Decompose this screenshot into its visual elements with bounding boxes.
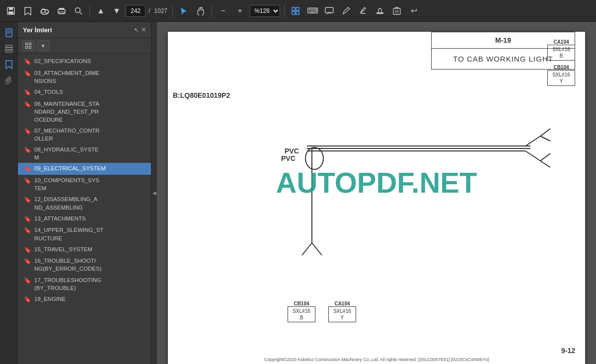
sidebar-item-label: 18_ENGINE [34,295,147,303]
ca104-bottom-label: CA104 [328,301,356,306]
hand-tool[interactable] [194,4,208,18]
stamp-icon[interactable] [373,4,387,18]
svg-rect-28 [29,47,31,49]
search-icon[interactable] [72,4,85,18]
svg-rect-12 [296,7,299,10]
pointer-tool[interactable] [177,4,191,18]
pen-icon[interactable] [339,4,353,18]
sidebar-item-label: 06_MAINTENANCE_STANDARD_AND_TEST_PROCEDU… [34,100,147,124]
svg-rect-25 [26,43,28,45]
sidebar-dropdown-button[interactable]: ▾ [37,40,50,51]
bookmark-item-icon: 🔖 [24,246,31,254]
pdf-page: M-19 TO CAB WORKING LIGHT B:LQ80E01019P2… [168,32,585,364]
toolbar-separator-2 [172,5,173,17]
ca104-right-spec: SXL#16B [548,45,575,60]
grid-tool[interactable] [289,4,302,18]
highlight-icon[interactable] [356,4,370,18]
wiring-diagram: PVC [208,109,575,297]
svg-rect-17 [393,8,400,14]
svg-rect-18 [6,29,12,37]
sidebar-item-engine[interactable]: 🔖 18_ENGINE [18,293,151,305]
bookmark-item-icon: 🔖 [24,177,31,185]
sidebar-item-components[interactable]: 🔖 10_COMPONENTS_SYSTEM [18,175,151,194]
zoom-in-button[interactable]: + [233,4,247,18]
pdf-viewer[interactable]: M-19 TO CAB WORKING LIGHT B:LQ80E01019P2… [157,22,596,364]
svg-rect-8 [59,12,64,14]
save-icon[interactable] [4,4,18,18]
sidebar-item-label: 03_ATTACHMENT_DIMENSIONS [34,69,147,85]
sidebar-item-troubleshooting[interactable]: 🔖 17_TROUBLESHOOTING(BY_TROUBLE) [18,275,151,293]
svg-rect-22 [5,45,12,47]
svg-point-9 [75,7,80,12]
svg-line-35 [525,136,540,146]
bookmark-item-icon: 🔖 [24,277,31,285]
sidebar-page-icon[interactable] [2,26,16,40]
sidebar-close-button[interactable]: × [142,26,146,34]
keyboard-icon[interactable]: ⌨ [305,4,319,18]
bookmark-item-icon: 🔖 [24,196,31,204]
svg-rect-16 [376,12,383,14]
ca104-right-label: CA104 [547,39,575,45]
nav-controls: ▲ ▼ 242 / 1027 [94,4,168,18]
svg-line-10 [80,12,82,14]
zoom-select[interactable]: %128 %100 %75 %50 %150 %200 [250,5,280,17]
sidebar-item-label: 04_TOOLS [34,88,147,96]
sidebar-item-upper-slewing[interactable]: 🔖 14_UPPER_SLEWING_STRUCTURE [18,224,151,243]
sidebar-item-specifications[interactable]: 🔖 02_SPECIFICATIONS [18,56,151,68]
page-total: 1027 [154,7,167,14]
sidebar-panel: Yer İmleri ↖ × ▾ 🔖 02_SPECIFICATIONS [18,22,151,364]
page-number-input[interactable]: 242 [126,5,146,17]
cloud-icon[interactable] [38,4,52,18]
bookmark-item-icon: 🔖 [24,88,31,97]
print-icon[interactable] [55,4,69,18]
ca104-bottom-box: SXL#16Y [328,306,356,322]
ca104-bottom-group: CA104 SXL#16Y [328,301,356,322]
part-label: B:LQ80E01019P2 [173,91,230,99]
zoom-out-button[interactable]: − [216,4,230,18]
sidebar-item-disassembling[interactable]: 🔖 12_DISASSEMBLING_AND_ASSEMBLING [18,194,151,213]
right-connectors: CA104 SXL#16B CB104 SXL#16Y [547,39,575,86]
sidebar-item-electrical[interactable]: 🔖 09_ELECTRICAL_SYSTEM [18,163,151,175]
sidebar-item-maintenance[interactable]: 🔖 06_MAINTENANCE_STANDARD_AND_TEST_PROCE… [18,98,151,125]
toolbar-separator-3 [212,5,212,17]
delete-icon[interactable] [390,4,404,18]
svg-line-38 [540,136,550,141]
sidebar-bookmark-icon[interactable] [2,58,16,72]
bookmark-icon[interactable] [21,4,35,18]
sidebar-item-trouble-codes[interactable]: 🔖 16_TROUBLE_SHOOTING(BY_ERROR_CODES) [18,255,151,274]
sidebar-item-label: 17_TROUBLESHOOTING(BY_TROUBLE) [34,276,147,292]
cb104-bottom-box: SXL#16B [288,306,315,322]
sidebar-item-hydraulic[interactable]: 🔖 08_HYDRAULIC_SYSTEM [18,144,151,163]
ca104-bottom-spec: SXL#16Y [329,307,356,322]
svg-rect-24 [5,50,12,52]
cursor-indicator: ↖ [134,27,139,33]
bookmark-item-icon: 🔖 [24,127,31,136]
main-area: Yer İmleri ↖ × ▾ 🔖 02_SPECIFICATIONS [0,22,596,364]
sidebar-item-travel[interactable]: 🔖 15_TRAVEL_SYSTEM [18,244,151,256]
sidebar-item-mechatro[interactable]: 🔖 07_MECHATRO_CONTROLLER [18,125,151,144]
sidebar-item-label: 02_SPECIFICATIONS [34,57,147,65]
sidebar-item-attachments[interactable]: 🔖 13_ATTACHMENTS [18,213,151,225]
toolbar-separator-1 [89,5,90,17]
nav-up-button[interactable]: ▲ [94,4,108,18]
sidebar-item-label: 08_HYDRAULIC_SYSTEM [34,146,147,161]
sidebar-collapse-button[interactable]: ◀ [151,22,157,364]
sidebar-item-tools[interactable]: 🔖 04_TOOLS [18,86,151,98]
sidebar-attachment-icon[interactable] [2,73,16,87]
cb104-right-box: SXL#16Y [547,70,575,86]
svg-line-37 [540,129,550,136]
bookmark-item-icon: 🔖 [24,146,31,154]
sidebar-item-attachment-dimens[interactable]: 🔖 03_ATTACHMENT_DIMENSIONS [18,68,151,86]
bookmark-item-icon: 🔖 [24,165,31,173]
sidebar-grid-button[interactable] [22,40,35,51]
nav-down-button[interactable]: ▼ [110,4,124,18]
comment-icon[interactable] [322,4,336,18]
sidebar-layers-icon[interactable] [2,42,16,56]
bookmark-item-icon: 🔖 [24,58,31,66]
svg-rect-23 [5,48,12,50]
bookmark-item-icon: 🔖 [24,295,31,304]
undo-icon[interactable]: ↩ [407,4,421,18]
svg-line-36 [525,151,540,161]
main-toolbar: ▲ ▼ 242 / 1027 − + %128 %100 %75 %50 %15… [0,0,596,22]
toolbar-separator-4 [284,5,285,17]
